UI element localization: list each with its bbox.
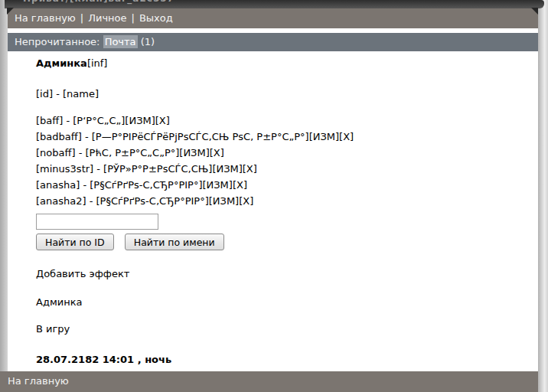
window-title-clipped-text: Приват/[клан]ваг_а2с557 [23,0,544,4]
mail-link[interactable]: Почта [103,35,138,48]
admin-heading-bold: Админка [36,57,87,69]
effect-row: [badbaff] - [Р—Р°РІРёСЃРёРјРѕСЃС‚СЊ РѕС‚… [36,131,354,142]
nav-link-personal[interactable]: Личное [88,12,126,24]
effect-edit-link[interactable]: [ИЗМ] [309,131,339,142]
datetime-text: 28.07.2182 14:01 , ночь [36,354,171,365]
effect-delete-link[interactable]: [X] [243,163,257,175]
id-name-template: [id] - [name] [36,88,99,100]
effect-delete-link[interactable]: [X] [239,195,253,207]
effect-label: [anasha2] - [Р§СѓРґРѕ-С‚СЂР°РІР°] [36,195,209,207]
search-input[interactable] [36,214,158,230]
effect-row: [anasha2] - [Р§СѓРґРѕ-С‚СЂР°РІР°][ИЗМ][X… [36,195,253,207]
effect-edit-link[interactable]: [ИЗМ] [125,115,155,126]
effect-label: [baff] - [Р‘Р°С„С„] [36,115,125,126]
effect-delete-link[interactable]: [X] [155,115,170,126]
nav-separator: | [76,12,88,24]
nav-link-home[interactable]: На главную [15,12,76,24]
effect-row: [anasha] - [Р§СѓРґРѕ-С‚СЂР°РІР°][ИЗМ][X] [36,179,247,191]
mail-count: (1) [141,36,155,47]
admin-heading: Админка[inf] [36,57,107,69]
find-by-name-button[interactable]: Найти по имени [125,234,224,250]
find-by-id-button[interactable]: Найти по ID [36,234,114,250]
corner-notch-left [7,8,14,15]
effect-label: [anasha] - [Р§СѓРґРѕ-С‚СЂР°РІР°] [36,179,202,191]
page-left-edge [0,0,8,392]
effect-delete-link[interactable]: [X] [210,147,224,158]
effect-row: [baff] - [Р‘Р°С„С„][ИЗМ][X] [36,115,170,126]
unread-label: Непрочитанное: [15,36,99,47]
effect-edit-link[interactable]: [ИЗМ] [212,163,242,175]
to-game-link[interactable]: В игру [36,323,70,335]
nav-link-exit[interactable]: Выход [139,12,173,24]
effect-edit-link[interactable]: [ИЗМ] [202,179,232,191]
effect-edit-link[interactable]: [ИЗМ] [209,195,239,207]
effect-label: [minus3str] - [РЎР»Р°Р±РѕСЃС‚СЊ] [36,163,212,175]
effect-delete-link[interactable]: [X] [233,179,247,191]
effect-delete-link[interactable]: [X] [339,131,354,142]
effect-label: [badbaff] - [Р—Р°РІРёСЃРёРјРѕСЃС‚СЊ РѕС‚… [36,131,309,142]
admin-heading-suffix: [inf] [87,57,108,69]
effect-label: [nobaff] - [РћС‚ Р±Р°С„С„Р°] [36,147,179,158]
nav-bar: На главную|Личное|Выход [8,8,538,28]
effect-row: [nobaff] - [РћС‚ Р±Р°С„С„Р°][ИЗМ][X] [36,147,224,158]
effect-row: [minus3str] - [РЎР»Р°Р±РѕСЃС‚СЊ][ИЗМ][X] [36,163,257,175]
search-buttons: Найти по ID Найти по имени [36,234,231,250]
corner-notch-right [531,8,538,15]
window-titlebar: Приват/[клан]ваг_а2с557 [5,0,544,8]
page-right-edge [538,0,548,392]
main-window: Админка[inf] [id] - [name] [baff] - [Р‘Р… [8,0,538,392]
admin-link[interactable]: Админка [36,296,82,308]
add-effect-link[interactable]: Добавить эффект [36,268,129,279]
effect-edit-link[interactable]: [ИЗМ] [179,147,209,158]
unread-bar: Непрочитанное: Почта (1) [8,33,538,51]
footer-bar: На главную [0,371,538,392]
nav-separator: | [127,12,139,24]
footer-home-link[interactable]: На главную [8,375,69,387]
